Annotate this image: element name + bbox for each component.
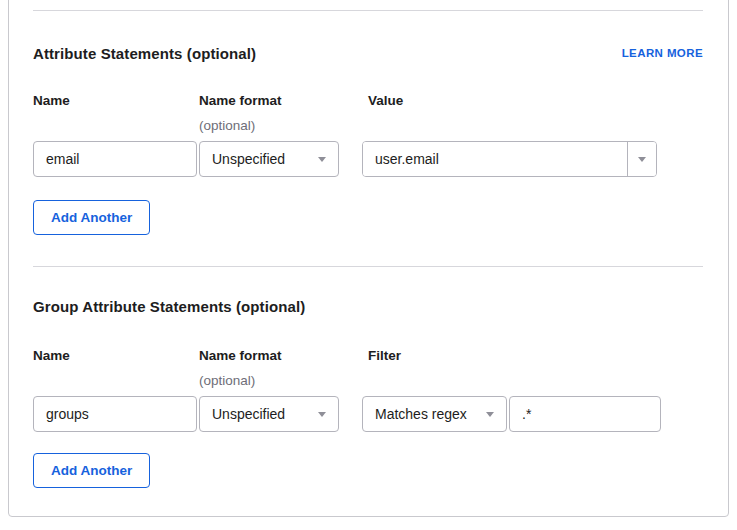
group-name-format-selected-value: Unspecified <box>212 406 285 422</box>
top-section-divider <box>33 10 703 11</box>
attribute-name-format-column-header: Name format <box>199 92 282 109</box>
group-attribute-statements-header: Group Attribute Statements (optional) <box>33 297 703 316</box>
attribute-value-column-header: Value <box>368 92 403 109</box>
learn-more-link[interactable]: LEARN MORE <box>622 46 703 60</box>
attribute-name-format-select[interactable]: Unspecified <box>199 141 339 177</box>
attribute-value-combobox <box>362 141 657 177</box>
attribute-statements-header: Attribute Statements (optional) LEARN MO… <box>33 44 703 63</box>
group-filter-regex-input[interactable] <box>509 396 661 432</box>
group-name-format-select[interactable]: Unspecified <box>199 396 339 432</box>
section-divider <box>33 266 703 267</box>
attribute-value-input[interactable] <box>363 142 627 176</box>
attribute-statement-row: Unspecified <box>33 141 703 177</box>
add-another-attribute-button[interactable]: Add Another <box>33 200 150 235</box>
attribute-statements-title: Attribute Statements (optional) <box>33 44 256 63</box>
caret-down-icon <box>638 157 646 162</box>
attribute-name-column-header: Name <box>33 92 70 109</box>
caret-down-icon <box>318 157 326 162</box>
group-name-input[interactable] <box>33 396 197 432</box>
group-column-headers: Name Name format (optional) Filter <box>33 347 703 386</box>
group-name-column-header: Name <box>33 347 70 364</box>
group-name-format-column-header: Name format <box>199 347 282 364</box>
group-filter-type-selected-value: Matches regex <box>375 406 467 422</box>
saml-settings-card: Attribute Statements (optional) LEARN MO… <box>8 0 729 517</box>
caret-down-icon <box>486 412 494 417</box>
attribute-value-dropdown-button[interactable] <box>627 142 656 176</box>
group-filter-type-select[interactable]: Matches regex <box>362 396 507 432</box>
group-attribute-statement-row: Unspecified Matches regex <box>33 396 703 432</box>
caret-down-icon <box>318 412 326 417</box>
attribute-name-format-optional-label: (optional) <box>199 118 255 134</box>
attribute-column-headers: Name Name format (optional) Value <box>33 92 703 131</box>
add-another-group-attribute-button[interactable]: Add Another <box>33 453 150 488</box>
group-attribute-statements-title: Group Attribute Statements (optional) <box>33 297 305 316</box>
attribute-name-format-selected-value: Unspecified <box>212 151 285 167</box>
group-name-format-optional-label: (optional) <box>199 373 255 389</box>
attribute-name-input[interactable] <box>33 141 197 177</box>
group-filter-column-header: Filter <box>368 347 401 364</box>
